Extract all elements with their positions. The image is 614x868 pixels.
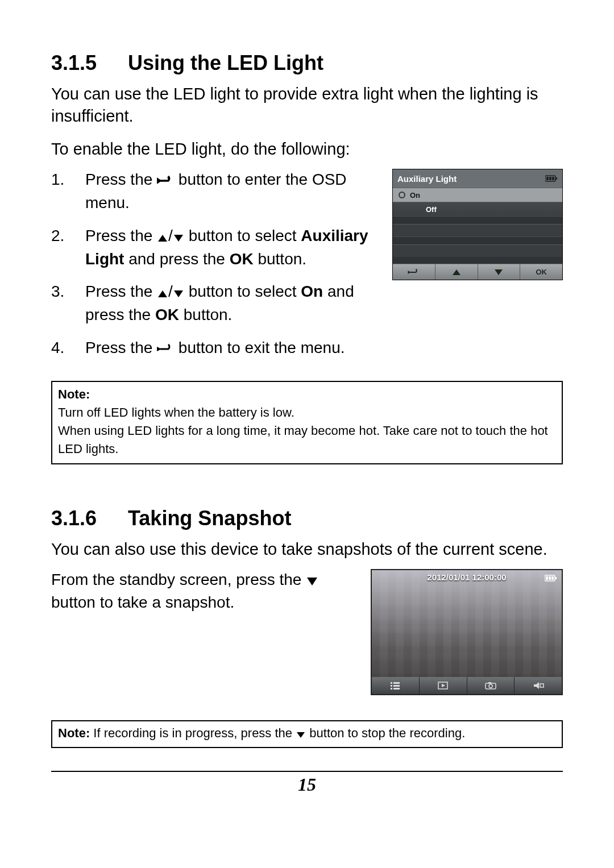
radio-icon bbox=[399, 192, 405, 198]
svg-rect-12 bbox=[391, 685, 392, 687]
svg-rect-1 bbox=[555, 177, 557, 180]
footer-rule bbox=[51, 771, 563, 772]
step-4: 4. Press the button to exit the menu. bbox=[51, 337, 379, 360]
step-1: 1. Press the button to enter the OSD men… bbox=[51, 169, 379, 214]
snapshot-timestamp: 2012/01/01 12:00:00 bbox=[372, 572, 562, 582]
aux-option-off[interactable]: Off bbox=[393, 202, 562, 216]
svg-rect-3 bbox=[549, 177, 551, 180]
svg-rect-15 bbox=[393, 688, 400, 690]
svg-point-19 bbox=[489, 684, 492, 688]
down-triangle-icon bbox=[173, 283, 184, 304]
section2-intro: You can also use this device to take sna… bbox=[51, 538, 563, 560]
svg-rect-10 bbox=[391, 682, 392, 684]
aux-button-bar: OK bbox=[393, 264, 562, 280]
svg-rect-2 bbox=[546, 177, 549, 180]
ok-label: OK bbox=[230, 250, 254, 268]
svg-rect-20 bbox=[540, 684, 544, 687]
play-button[interactable] bbox=[420, 677, 467, 694]
aux-ok-button[interactable]: OK bbox=[520, 264, 562, 280]
note-box-316: Note: If recording is in progress, press… bbox=[51, 720, 563, 748]
section-heading-316: 3.1.6 Taking Snapshot bbox=[51, 506, 563, 530]
section-title: Taking Snapshot bbox=[128, 506, 291, 530]
down-triangle-icon bbox=[306, 571, 318, 592]
section1-intro: You can use the LED light to provide ext… bbox=[51, 83, 563, 127]
svg-rect-13 bbox=[393, 685, 400, 687]
step-2: 2. Press the / button to select Auxiliar… bbox=[51, 225, 379, 270]
aux-down-button[interactable] bbox=[478, 264, 521, 280]
section-number: 3.1.5 bbox=[51, 51, 122, 75]
svg-rect-6 bbox=[555, 577, 557, 579]
battery-icon bbox=[545, 574, 557, 584]
aux-back-button[interactable] bbox=[393, 264, 435, 280]
aux-header: Auxiliary Light bbox=[393, 169, 562, 188]
svg-rect-8 bbox=[549, 576, 551, 580]
note-box-315: Note: Turn off LED lights when the batte… bbox=[51, 381, 563, 465]
down-triangle-icon bbox=[296, 728, 306, 742]
steps-list: 1. Press the button to enter the OSD men… bbox=[51, 169, 379, 372]
snapshot-button-bar bbox=[372, 677, 562, 694]
step-3: 3. Press the / button to select On and p… bbox=[51, 281, 379, 326]
svg-rect-4 bbox=[552, 177, 554, 180]
camera-button[interactable] bbox=[467, 677, 515, 694]
section2-body: From the standby screen, press the butto… bbox=[51, 569, 357, 614]
aux-option-on[interactable]: On bbox=[393, 188, 562, 202]
section-number: 3.1.6 bbox=[51, 506, 122, 530]
svg-rect-11 bbox=[393, 682, 400, 684]
svg-rect-7 bbox=[546, 576, 548, 580]
svg-rect-14 bbox=[391, 688, 392, 690]
svg-rect-18 bbox=[488, 682, 491, 684]
page-number: 15 bbox=[0, 774, 614, 795]
mute-button[interactable] bbox=[515, 677, 562, 694]
battery-icon bbox=[545, 174, 558, 184]
section-heading-315: 3.1.5 Using the LED Light bbox=[51, 51, 563, 75]
return-icon bbox=[157, 339, 174, 360]
return-icon bbox=[157, 171, 174, 192]
section1-lead: To enable the LED light, do the followin… bbox=[51, 140, 563, 159]
aux-title: Auxiliary Light bbox=[397, 174, 457, 184]
ok-label: OK bbox=[155, 306, 179, 323]
photo-preview bbox=[372, 570, 562, 694]
svg-rect-9 bbox=[551, 576, 554, 580]
aux-light-screenshot: Auxiliary Light On Off bbox=[392, 169, 563, 280]
section-title: Using the LED Light bbox=[128, 51, 323, 74]
up-triangle-icon bbox=[157, 283, 168, 304]
up-triangle-icon bbox=[157, 227, 168, 248]
snapshot-screenshot: 2012/01/01 12:00:00 bbox=[371, 569, 563, 695]
menu-button[interactable] bbox=[372, 677, 420, 694]
aux-up-button[interactable] bbox=[435, 264, 478, 280]
down-triangle-icon bbox=[173, 227, 184, 248]
